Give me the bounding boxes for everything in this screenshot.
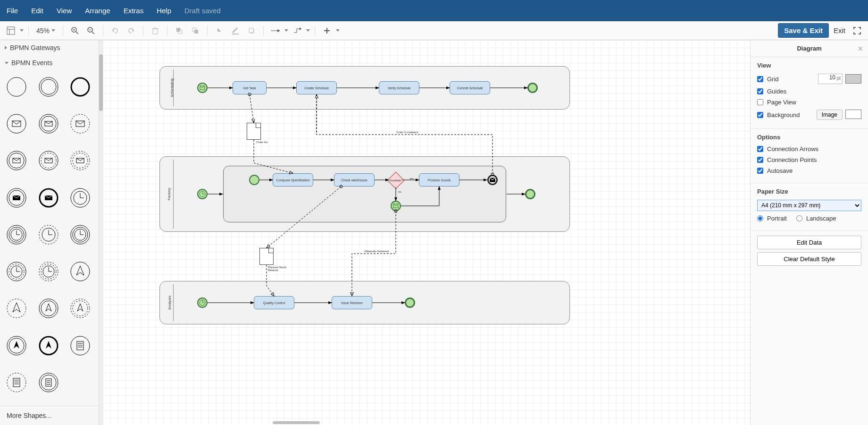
task-create-schedule[interactable]: Create Schedule [296, 81, 337, 94]
task-issue-revision[interactable]: Issue Revision [332, 296, 372, 309]
fill-icon[interactable] [212, 24, 226, 38]
connection-icon[interactable] [268, 24, 283, 38]
radio-landscape[interactable] [796, 215, 802, 221]
event-message-throw-icon[interactable] [3, 184, 30, 212]
waypoint-dropdown-icon[interactable] [306, 29, 310, 32]
event-end-scheduling[interactable] [527, 83, 538, 93]
event-end-analysis[interactable] [405, 298, 415, 308]
event-timer-dashed-icon[interactable] [35, 221, 62, 248]
clear-default-style-button[interactable]: Clear Default Style [757, 252, 861, 266]
event-conditional-ni-icon[interactable] [3, 369, 30, 396]
to-front-icon[interactable] [172, 24, 186, 38]
layout-icon[interactable] [4, 24, 18, 38]
checkbox-page-view[interactable] [757, 99, 763, 105]
event-message-start-dashed-icon[interactable] [67, 110, 94, 137]
menu-view[interactable]: View [57, 7, 72, 15]
svg-point-75 [71, 262, 90, 281]
task-check-warehouse[interactable]: Check warehouse [334, 173, 375, 187]
event-conditional-start-icon[interactable] [67, 332, 94, 359]
to-back-icon[interactable] [188, 24, 202, 38]
checkbox-autosave[interactable] [757, 168, 763, 174]
sidebar-scrollbar[interactable] [99, 40, 103, 425]
background-color-swatch[interactable] [845, 110, 861, 119]
category-bpmn-gateways[interactable]: BPMN Gateways [0, 40, 99, 55]
more-shapes-button[interactable]: More Shapes... [0, 406, 99, 425]
task-get-task[interactable]: Get Task [233, 81, 267, 94]
event-conditional-inter-icon[interactable] [35, 369, 62, 396]
grid-size-input[interactable]: 10pt [818, 74, 843, 84]
document-order-list[interactable] [247, 123, 261, 140]
checkbox-grid[interactable] [757, 76, 763, 82]
zoom-in-icon[interactable] [68, 24, 82, 38]
event-end-icon[interactable] [67, 73, 94, 101]
event-start-message[interactable] [197, 83, 208, 93]
add-icon[interactable] [320, 24, 334, 38]
task-verify-schedule[interactable]: Verify Schedule [379, 81, 419, 94]
event-end-factory[interactable] [525, 189, 535, 199]
shape-palette [0, 70, 99, 406]
event-message-catch-icon[interactable] [3, 147, 30, 174]
redo-icon[interactable] [124, 24, 138, 38]
task-produce-goods[interactable]: Produce Goods [419, 173, 459, 187]
event-escalation-ni2-icon[interactable] [67, 295, 94, 322]
checkbox-background[interactable] [757, 112, 763, 118]
shadow-icon[interactable] [244, 24, 259, 38]
event-message-start-icon[interactable] [3, 110, 30, 137]
delete-icon[interactable] [148, 24, 162, 38]
task-quality-control[interactable]: Quality Control [254, 296, 294, 309]
fullscreen-icon[interactable] [850, 24, 864, 38]
event-start-subprocess[interactable] [249, 175, 259, 185]
edit-data-button[interactable]: Edit Data [757, 236, 861, 249]
pool-scheduling[interactable]: Scheduling [159, 66, 570, 110]
grid-color-swatch[interactable] [845, 74, 861, 84]
paper-size-select[interactable]: A4 (210 mm x 297 mm) [757, 200, 861, 211]
menu-edit[interactable]: Edit [31, 7, 43, 15]
event-timer-ni-icon[interactable] [3, 258, 30, 285]
add-dropdown-icon[interactable] [336, 29, 340, 32]
event-message-intermediate[interactable] [391, 201, 401, 211]
stroke-icon[interactable] [228, 24, 242, 38]
event-message-end-icon[interactable] [35, 184, 62, 212]
menu-extras[interactable]: Extras [124, 7, 144, 15]
waypoint-icon[interactable] [290, 24, 304, 38]
close-icon[interactable]: ✕ [858, 45, 863, 52]
category-bpmn-events[interactable]: BPMN Events [0, 55, 99, 70]
canvas-scrollbar[interactable] [273, 421, 320, 424]
zoom-out-icon[interactable] [84, 24, 98, 38]
exit-button[interactable]: Exit [834, 26, 845, 34]
event-timer-factory[interactable] [197, 189, 208, 199]
event-escalation-ni-icon[interactable] [3, 295, 30, 322]
undo-icon[interactable] [108, 24, 122, 38]
event-escalation-start-icon[interactable] [67, 258, 94, 285]
document-stock-balance[interactable] [259, 248, 274, 265]
event-intermediate-icon[interactable] [35, 73, 62, 101]
event-timer-boundary-icon[interactable] [67, 221, 94, 248]
background-image-button[interactable]: Image [817, 110, 843, 120]
task-commit-schedule[interactable]: Commit Schedule [450, 81, 490, 94]
zoom-level[interactable]: 45% [33, 27, 58, 34]
radio-portrait[interactable] [757, 215, 763, 221]
event-timer-start-icon[interactable] [67, 184, 94, 212]
event-timer-ni2-icon[interactable] [35, 258, 62, 285]
menu-file[interactable]: File [7, 7, 18, 15]
task-compose-spec[interactable]: Compose Specification [273, 173, 313, 187]
event-timer-inter-icon[interactable] [3, 221, 30, 248]
menu-help[interactable]: Help [157, 7, 171, 15]
event-message-catch-ni-icon[interactable] [35, 147, 62, 174]
event-escalation-throw-icon[interactable] [3, 332, 30, 359]
checkbox-connection-points[interactable] [757, 157, 763, 163]
event-end-subprocess[interactable] [487, 175, 498, 185]
menu-arrange[interactable]: Arrange [85, 7, 110, 15]
layout-dropdown-icon[interactable] [20, 29, 24, 32]
checkbox-guides[interactable] [757, 88, 763, 94]
event-message-boundary-icon[interactable] [67, 147, 94, 174]
save-and-exit-button[interactable]: Save & Exit [778, 23, 829, 38]
checkbox-connection-arrows[interactable] [757, 146, 763, 152]
event-escalation-end-icon[interactable] [35, 332, 62, 359]
event-message-start-ni-icon[interactable] [35, 110, 62, 137]
event-start-icon[interactable] [3, 73, 30, 101]
connection-dropdown-icon[interactable] [284, 29, 288, 32]
canvas[interactable]: Scheduling Get Task Create Schedule Veri… [103, 40, 750, 425]
event-escalation-inter-icon[interactable] [35, 295, 62, 322]
event-timer-analysis[interactable] [197, 298, 208, 308]
